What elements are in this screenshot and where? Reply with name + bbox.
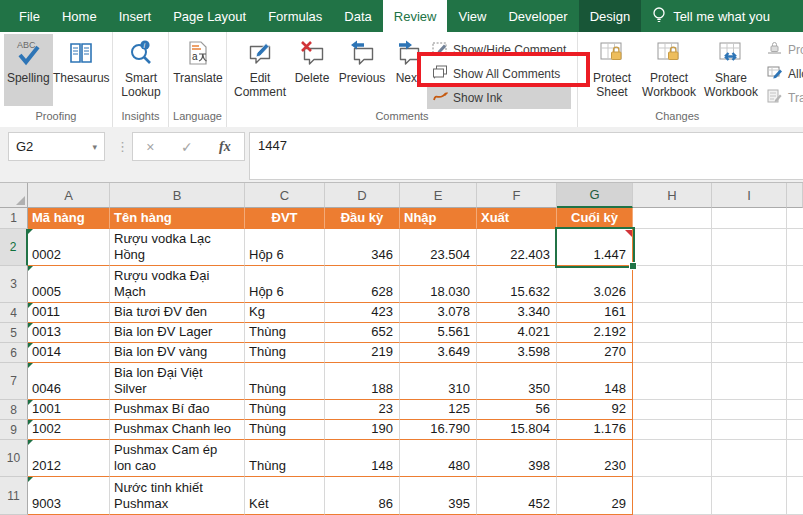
cell-G8[interactable]: 92 [557, 400, 633, 420]
cell-G3[interactable]: 3.026 [557, 266, 633, 303]
cell-empty[interactable] [787, 400, 803, 420]
cell-empty[interactable] [712, 400, 787, 420]
cell-C5[interactable]: Thùng [245, 323, 325, 343]
cell-empty[interactable] [787, 266, 803, 303]
cell-E6[interactable]: 3.649 [400, 343, 477, 363]
cell-empty[interactable] [712, 208, 787, 229]
cell-E3[interactable]: 18.030 [400, 266, 477, 303]
cell-A6[interactable]: 0014 [28, 343, 110, 363]
row-header-11[interactable]: 11 [0, 477, 28, 515]
cell-B8[interactable]: Pushmax Bí đao [110, 400, 245, 420]
cell-F4[interactable]: 3.340 [477, 303, 557, 323]
cell-B7[interactable]: Bia lon Đại Việt Silver [110, 363, 245, 400]
cell-C11[interactable]: Két [245, 477, 325, 515]
tell-me-box[interactable]: Tell me what you [641, 0, 770, 32]
row-header-1[interactable]: 1 [0, 208, 28, 229]
cell-F11[interactable]: 452 [477, 477, 557, 515]
tab-view[interactable]: View [447, 0, 497, 32]
cell-C7[interactable]: Thùng [245, 363, 325, 400]
cell-E2[interactable]: 23.504 [400, 229, 477, 266]
cell-E7[interactable]: 310 [400, 363, 477, 400]
cell-empty[interactable] [712, 420, 787, 440]
cell-A11[interactable]: 9003 [28, 477, 110, 515]
col-header-c[interactable]: C [245, 183, 325, 208]
cell-F7[interactable]: 350 [477, 363, 557, 400]
cell-empty[interactable] [787, 343, 803, 363]
cell-F8[interactable]: 56 [477, 400, 557, 420]
cell-empty[interactable] [633, 363, 712, 400]
cell-G4[interactable]: 161 [557, 303, 633, 323]
header-cell-xu-t[interactable]: Xuất [477, 208, 557, 229]
cell-B10[interactable]: Pushmax Cam ép lon cao [110, 440, 245, 477]
tab-formulas[interactable]: Formulas [257, 0, 333, 32]
row-header-4[interactable]: 4 [0, 303, 28, 323]
cell-empty[interactable] [633, 343, 712, 363]
cell-E4[interactable]: 3.078 [400, 303, 477, 323]
header-cell-m-h-ng[interactable]: Mã hàng [28, 208, 110, 229]
cell-D2[interactable]: 346 [325, 229, 400, 266]
col-header-f[interactable]: F [477, 183, 557, 208]
cell-E10[interactable]: 480 [400, 440, 477, 477]
cell-empty[interactable] [633, 229, 712, 266]
cell-D7[interactable]: 188 [325, 363, 400, 400]
cell-D5[interactable]: 652 [325, 323, 400, 343]
cell-empty[interactable] [787, 420, 803, 440]
cell-empty[interactable] [787, 323, 803, 343]
cell-F6[interactable]: 3.598 [477, 343, 557, 363]
cell-C9[interactable]: Thùng [245, 420, 325, 440]
cell-F2[interactable]: 22.403 [477, 229, 557, 266]
cell-F9[interactable]: 15.804 [477, 420, 557, 440]
tab-home[interactable]: Home [51, 0, 108, 32]
insert-function-icon[interactable]: fx [219, 139, 231, 155]
protect-sheet-button[interactable]: Protect Sheet [586, 34, 638, 106]
row-header-6[interactable]: 6 [0, 343, 28, 363]
formula-input[interactable]: 1447 [249, 132, 803, 180]
tab-insert[interactable]: Insert [108, 0, 163, 32]
protect-shared-workbook-button[interactable]: Protect [762, 39, 803, 61]
smart-lookup-button[interactable]: i Smart Lookup [117, 34, 165, 106]
tab-review[interactable]: Review [383, 0, 448, 32]
tab-data[interactable]: Data [333, 0, 382, 32]
cell-empty[interactable] [787, 477, 803, 515]
header-cell-t-n-h-ng[interactable]: Tên hàng [110, 208, 245, 229]
col-header-h[interactable]: H [633, 183, 712, 208]
cell-D9[interactable]: 190 [325, 420, 400, 440]
cell-empty[interactable] [712, 229, 787, 266]
cell-G5[interactable]: 2.192 [557, 323, 633, 343]
cell-empty[interactable] [712, 440, 787, 477]
cell-A10[interactable]: 2012 [28, 440, 110, 477]
track-changes-button[interactable]: Track C [762, 87, 803, 109]
cell-F10[interactable]: 398 [477, 440, 557, 477]
cell-C3[interactable]: Hộp 6 [245, 266, 325, 303]
cell-G6[interactable]: 270 [557, 343, 633, 363]
col-header-i[interactable]: I [712, 183, 787, 208]
show-all-comments-button[interactable]: Show All Comments [427, 63, 571, 85]
row-header-9[interactable]: 9 [0, 420, 28, 440]
cell-E5[interactable]: 5.561 [400, 323, 477, 343]
col-header-a[interactable]: A [28, 183, 110, 208]
header-cell--u-k-[interactable]: Đầu kỳ [325, 208, 400, 229]
delete-comment-button[interactable]: Delete [289, 34, 335, 106]
cell-E11[interactable]: 395 [400, 477, 477, 515]
row-header-5[interactable]: 5 [0, 323, 28, 343]
row-header-3[interactable]: 3 [0, 266, 28, 303]
cell-empty[interactable] [633, 303, 712, 323]
cell-B5[interactable]: Bia lon ĐV Lager [110, 323, 245, 343]
cell-B4[interactable]: Bia tươi ĐV đen [110, 303, 245, 323]
cell-empty[interactable] [633, 440, 712, 477]
cell-A4[interactable]: 0011 [28, 303, 110, 323]
col-header-b[interactable]: B [110, 183, 245, 208]
cell-B11[interactable]: Nước tinh khiết Pushmax [110, 477, 245, 515]
col-header-d[interactable]: D [325, 183, 400, 208]
cell-empty[interactable] [633, 477, 712, 515]
cell-B2[interactable]: Rượu vodka Lạc Hồng [110, 229, 245, 266]
select-all-corner[interactable] [0, 183, 28, 208]
enter-icon[interactable]: ✓ [181, 139, 193, 155]
cell-C6[interactable]: Thùng [245, 343, 325, 363]
cell-empty[interactable] [712, 363, 787, 400]
protect-workbook-button[interactable]: Protect Workbook [638, 34, 700, 106]
cell-empty[interactable] [633, 266, 712, 303]
cell-A3[interactable]: 0005 [28, 266, 110, 303]
cell-empty[interactable] [633, 420, 712, 440]
cell-G11[interactable]: 29 [557, 477, 633, 515]
